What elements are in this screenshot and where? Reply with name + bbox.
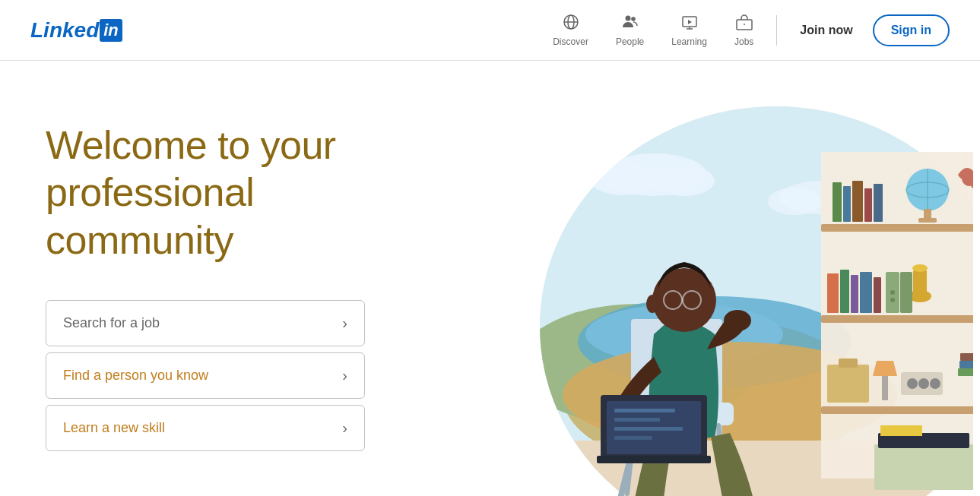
- linkedin-logo[interactable]: Linked in: [30, 18, 122, 43]
- chevron-right-icon-3: ›: [342, 419, 347, 437]
- svg-point-59: [930, 378, 940, 389]
- people-icon: [621, 13, 639, 33]
- svg-point-18: [768, 188, 821, 215]
- cta-learn-skill[interactable]: Learn a new skill ›: [46, 405, 365, 451]
- svg-rect-84: [614, 409, 675, 412]
- svg-marker-8: [688, 20, 692, 24]
- cta-find-person-label: Find a person you know: [63, 368, 208, 384]
- svg-point-47: [912, 264, 928, 272]
- svg-rect-42: [851, 275, 858, 313]
- svg-rect-27: [821, 315, 973, 323]
- svg-point-51: [890, 298, 895, 302]
- cta-search-job-label: Search for a job: [63, 315, 160, 331]
- hero-title-line2: professional community: [46, 170, 254, 261]
- nav-item-jobs[interactable]: Jobs: [721, 13, 767, 47]
- logo-box: in: [100, 19, 122, 42]
- sign-in-button[interactable]: Sign in: [873, 14, 950, 46]
- svg-rect-54: [882, 376, 888, 400]
- svg-point-57: [907, 378, 918, 389]
- nav-item-people[interactable]: People: [602, 13, 658, 47]
- discover-label: Discover: [553, 36, 588, 47]
- svg-rect-29: [833, 182, 842, 222]
- svg-point-75: [646, 295, 658, 313]
- nav-item-discover[interactable]: Discover: [539, 13, 602, 47]
- svg-rect-28: [821, 406, 973, 414]
- svg-point-16: [654, 166, 715, 196]
- svg-rect-33: [874, 184, 883, 222]
- svg-rect-30: [843, 186, 851, 222]
- svg-rect-37: [924, 209, 931, 218]
- svg-rect-60: [958, 368, 973, 376]
- cta-search-job[interactable]: Search for a job ›: [46, 300, 365, 346]
- svg-rect-43: [860, 272, 872, 313]
- join-now-button[interactable]: Join now: [786, 16, 866, 45]
- hero-left: Welcome to your professional community S…: [46, 106, 441, 451]
- jobs-label: Jobs: [734, 36, 753, 47]
- svg-point-3: [625, 16, 630, 21]
- svg-rect-52: [827, 365, 869, 403]
- svg-rect-44: [874, 277, 881, 313]
- svg-rect-32: [864, 188, 872, 222]
- svg-rect-85: [614, 418, 660, 422]
- logo-text: Linked: [30, 18, 99, 43]
- svg-rect-87: [614, 436, 652, 440]
- svg-rect-53: [839, 359, 858, 368]
- hero-illustration: [426, 106, 973, 496]
- people-label: People: [616, 36, 644, 47]
- nav-divider: [776, 15, 777, 46]
- hero-svg: [426, 106, 973, 496]
- chevron-right-icon: ›: [342, 314, 347, 332]
- svg-rect-46: [913, 270, 927, 299]
- svg-rect-38: [918, 218, 937, 223]
- svg-rect-62: [960, 353, 973, 361]
- nav-item-learning[interactable]: Learning: [658, 13, 721, 47]
- hero-section: Welcome to your professional community S…: [0, 61, 980, 496]
- cta-list: Search for a job › Find a person you kno…: [46, 300, 365, 451]
- svg-rect-40: [827, 273, 839, 313]
- chevron-right-icon-2: ›: [342, 367, 347, 384]
- cta-find-person[interactable]: Find a person you know ›: [46, 352, 365, 399]
- svg-point-79: [724, 310, 751, 331]
- svg-rect-63: [874, 444, 973, 490]
- svg-rect-31: [852, 181, 863, 222]
- svg-rect-86: [614, 427, 683, 431]
- svg-marker-55: [873, 361, 897, 376]
- svg-point-50: [890, 290, 895, 295]
- svg-rect-61: [959, 361, 973, 368]
- svg-rect-26: [821, 224, 973, 232]
- header: Linked in Discover Pe: [0, 0, 980, 61]
- svg-rect-41: [840, 270, 849, 313]
- learning-label: Learning: [671, 36, 707, 47]
- svg-point-4: [631, 17, 636, 21]
- jobs-icon: [735, 13, 753, 33]
- cta-learn-skill-label: Learn a new skill: [63, 420, 165, 436]
- svg-point-58: [918, 378, 929, 389]
- svg-rect-49: [900, 272, 912, 313]
- hero-title-line1: Welcome to your: [46, 123, 336, 167]
- main-nav: Discover People: [539, 13, 950, 47]
- hero-title: Welcome to your professional community: [46, 122, 441, 264]
- svg-rect-65: [880, 425, 922, 436]
- discover-icon: [562, 13, 580, 33]
- svg-point-15: [589, 162, 658, 195]
- svg-rect-88: [597, 456, 711, 463]
- learning-icon: [680, 13, 699, 33]
